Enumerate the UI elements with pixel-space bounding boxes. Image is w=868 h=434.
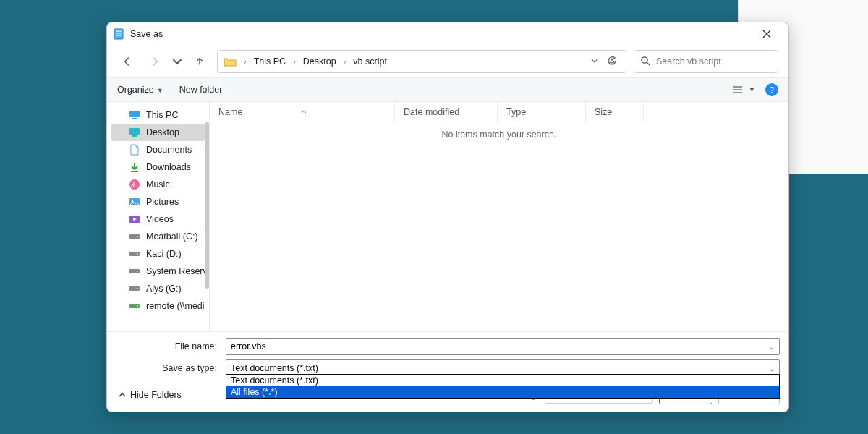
sidebar-item-label: Meatball (C:) [146, 231, 198, 242]
sidebar-item-label: Desktop [146, 127, 179, 137]
view-menu[interactable]: ▼ [733, 85, 755, 95]
sidebar-item-label: Videos [146, 214, 174, 224]
chevron-up-icon [119, 391, 126, 399]
svg-point-4 [642, 56, 647, 62]
sidebar-item-label: Kaci (D:) [146, 249, 182, 259]
sort-indicator-icon [300, 109, 307, 116]
type-option-txt[interactable]: Text documents (*.txt) [226, 375, 779, 386]
folder-icon [224, 55, 237, 68]
sidebar-item-label: Pictures [146, 197, 179, 207]
music-icon [129, 179, 140, 190]
sidebar-item-label: Documents [146, 145, 192, 155]
notepad-icon [113, 28, 124, 40]
netdrive-icon [129, 300, 140, 312]
hide-folders-button[interactable]: Hide Folders [119, 390, 182, 400]
svg-line-5 [647, 62, 650, 65]
nav-row: › This PC › Desktop › vb script Search v… [107, 46, 788, 77]
forward-button[interactable] [145, 51, 165, 72]
sidebar-item-music[interactable]: Music [111, 176, 205, 193]
sidebar-item-label: remote (\\media [146, 301, 205, 311]
chevron-right-icon: › [342, 57, 348, 66]
recent-locations-button[interactable] [172, 51, 182, 72]
svg-point-23 [137, 271, 138, 272]
svg-rect-0 [114, 29, 123, 39]
search-box[interactable]: Search vb script [634, 50, 778, 73]
chevron-right-icon: › [292, 57, 297, 66]
svg-rect-11 [129, 128, 140, 135]
svg-point-19 [137, 236, 138, 237]
column-type[interactable]: Type [498, 102, 586, 122]
sidebar-item-documents[interactable]: Documents [111, 141, 205, 158]
chevron-right-icon: › [242, 57, 248, 66]
sidebar: This PCDesktopDocumentsDownloadsMusicPic… [107, 102, 210, 331]
breadcrumb-folder[interactable]: vb script [350, 54, 390, 69]
sidebar-item-downloads[interactable]: Downloads [111, 158, 205, 176]
breadcrumb[interactable]: › This PC › Desktop › vb script [217, 50, 626, 73]
sidebar-item-meatball-c-[interactable]: Meatball (C:) [111, 228, 205, 245]
sidebar-item-videos[interactable]: Videos [111, 210, 205, 228]
pictures-icon [129, 196, 140, 208]
saveastype-label: Save as type: [116, 363, 221, 373]
sidebar-item-label: Alys (G:) [146, 284, 182, 294]
up-button[interactable] [190, 51, 210, 72]
back-button[interactable] [117, 51, 137, 72]
svg-point-27 [137, 305, 138, 307]
column-size[interactable]: Size [586, 102, 644, 122]
sidebar-item-desktop[interactable]: Desktop [111, 124, 205, 141]
dialog-body: This PCDesktopDocumentsDownloadsMusicPic… [107, 102, 788, 331]
filename-label: File name: [116, 341, 221, 352]
empty-message: No items match your search. [210, 122, 788, 331]
svg-point-21 [137, 253, 138, 255]
sidebar-item-alys-g-[interactable]: Alys (G:) [111, 280, 205, 297]
sidebar-item-label: Music [146, 179, 170, 190]
sidebar-item-label: System Reserved [146, 266, 205, 276]
breadcrumb-this-pc[interactable]: This PC [251, 54, 289, 69]
drive-icon [129, 265, 140, 277]
organize-menu[interactable]: Organize▼ [117, 85, 163, 95]
chevron-down-icon[interactable]: ⌄ [769, 343, 775, 351]
sidebar-item-kaci-d-[interactable]: Kaci (D:) [111, 245, 205, 263]
sidebar-item-system-reserved[interactable]: System Reserved [111, 263, 205, 280]
refresh-button[interactable] [607, 56, 617, 68]
new-folder-button[interactable]: New folder [179, 85, 223, 95]
content-pane: Name Date modified Type Size No items ma… [210, 102, 788, 331]
sidebar-item-remote-media[interactable]: remote (\\media [111, 297, 205, 315]
drive-icon [129, 283, 140, 294]
close-button[interactable] [751, 24, 783, 44]
drive-icon [129, 248, 140, 260]
bottom-panel: File name: error.vbs ⌄ Save as type: Tex… [107, 331, 788, 412]
column-name[interactable]: Name [210, 102, 395, 122]
saveastype-dropdown: Text documents (*.txt) All files (*.*) [226, 374, 780, 399]
sidebar-scrollbar[interactable] [205, 122, 209, 289]
type-option-all[interactable]: All files (*.*) [226, 386, 779, 398]
svg-rect-10 [132, 118, 137, 119]
search-icon [640, 56, 650, 68]
save-as-dialog: Save as › This PC › Desktop › vb sc [106, 22, 789, 412]
desktop-icon [129, 127, 140, 138]
svg-point-14 [129, 179, 140, 190]
svg-rect-12 [132, 135, 137, 137]
monitor-icon [129, 109, 140, 121]
sidebar-item-this-pc[interactable]: This PC [111, 106, 205, 124]
breadcrumb-desktop[interactable]: Desktop [300, 54, 339, 69]
download-icon [129, 161, 140, 173]
sidebar-item-pictures[interactable]: Pictures [111, 193, 205, 210]
document-icon [129, 144, 140, 156]
column-headers: Name Date modified Type Size [210, 102, 788, 122]
sidebar-item-label: This PC [146, 110, 178, 120]
sidebar-item-label: Downloads [146, 162, 191, 172]
titlebar: Save as [107, 22, 788, 46]
toolbar: Organize▼ New folder ▼ ? [107, 77, 788, 102]
chevron-down-icon: ⌄ [769, 365, 775, 373]
search-placeholder: Search vb script [656, 56, 721, 67]
window-title: Save as [130, 29, 163, 39]
videos-icon [129, 213, 140, 225]
filename-input[interactable]: error.vbs ⌄ [226, 338, 780, 355]
column-date[interactable]: Date modified [395, 102, 498, 122]
help-button[interactable]: ? [765, 83, 778, 96]
chevron-down-icon[interactable] [591, 56, 598, 67]
svg-rect-9 [129, 111, 140, 117]
drive-icon [129, 231, 140, 242]
svg-point-25 [137, 288, 138, 289]
